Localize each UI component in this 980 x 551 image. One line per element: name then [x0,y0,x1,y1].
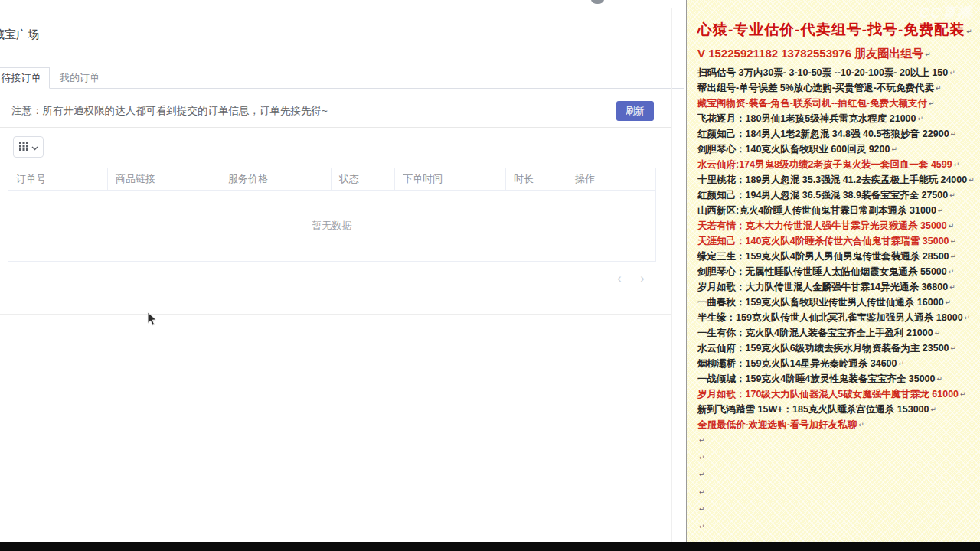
return-mark: ↵ [949,268,955,276]
chevron-down-icon [31,140,38,154]
column-settings-button[interactable] [13,136,44,158]
ad-line: 一战倾城：159克火4阶睡4族灵性鬼装备宝宝齐全 35000↵ [697,371,978,386]
ad-line: 缘定三生：159克火队4阶男人男仙男鬼传世套装通杀 28500↵ [697,249,978,264]
grid-icon [19,140,28,154]
return-mark: ↵ [969,176,975,184]
ad-line: 半生缘：159克火队传世人仙北冥孔雀宝鉴加强男人通杀 18000↵ [697,310,978,325]
tab-pending-orders[interactable]: 待接订单 [0,67,50,89]
ad-empty-line: ↵ [697,467,978,484]
bottom-black-bar [0,542,980,551]
page-right-edge [671,8,672,542]
ad-line: 十里桃花：189男人忽混 35.3强混 41.2去疾孟极上手能玩 24000↵ [697,172,978,187]
ad-line: 扫码估号 3万内30票- 3-10-50票 --10-20-100票- 20以上… [697,65,978,80]
notice-divider [0,127,671,128]
ad-empty-line: ↵ [697,450,978,468]
ad-line: 剑胆琴心：140克火队畜牧职业 600回灵 9200↵ [697,142,978,157]
tab-my-orders[interactable]: 我的订单 [60,67,100,89]
page-title: 藏宝广场 [0,28,39,42]
return-mark: ↵ [954,161,960,168]
order-marketplace-page: 藏宝广场 待接订单 我的订单 注意：所有开通权限的达人都可看到提交的订单信息，订… [0,0,685,542]
mouse-cursor [147,311,158,327]
avatar[interactable] [591,0,604,4]
table-column-header[interactable]: 服务价格 [220,168,332,190]
return-mark: ↵ [938,207,944,214]
ad-line: 水云仙府：159克火队6级功绩去疾水月物资装备为主 23500↵ [697,341,978,356]
ad-lines: 扫码估号 3万内30票- 3-10-50票 --10-20-100票- 20以上… [697,65,978,536]
prev-page-button[interactable]: ‹ [611,269,628,288]
refresh-button[interactable]: 刷新 [616,101,654,121]
ad-line: 红颜知己：194男人忽混 36.5强混 38.9装备宝宝齐全 27500↵ [697,187,978,203]
ad-line: 剑胆琴心：无属性睡队传世睡人太皓仙烟霞女鬼通杀 55000↵ [697,264,978,279]
table-header-row: 订单号 商品链接 服务价格 状态 下单时间 时长 操作 [8,168,655,191]
return-mark: ↵ [931,406,937,413]
return-mark: ↵ [946,298,952,306]
return-mark: ↵ [960,390,966,398]
return-mark: ↵ [929,99,935,107]
ad-line: 一曲春秋：159克火队畜牧职业传世男人传世仙通杀 16000↵ [697,295,978,310]
return-mark: ↵ [899,360,905,367]
ad-line: 天若有情：克木大力传世混人强牛甘霖异光灵猴通杀 35000↵ [697,218,978,233]
card-bottom-divider [0,314,671,315]
screen: 藏宝广场 待接订单 我的订单 注意：所有开通权限的达人都可看到提交的订单信息，订… [0,0,980,551]
table-column-header[interactable]: 状态 [332,168,395,190]
table-column-header[interactable]: 时长 [506,168,567,190]
return-mark: ↵ [951,344,957,352]
table-column-header[interactable]: 商品链接 [108,168,220,190]
orders-table: 订单号 商品链接 服务价格 状态 下单时间 时长 操作 暂无数据 [8,168,656,262]
return-mark: ↵ [965,314,971,321]
pagination: ‹ › [611,269,651,288]
notice-text: 注意：所有开通权限的达人都可看到提交的订单信息，订单先接先得~ [11,100,328,122]
ad-line: 岁月如歌：170级大力队仙器混人5破女魔强牛魔甘霖龙 61000↵ [697,386,978,402]
ad-line: 天涯知己：140克火队4阶睡杀传世六合仙鬼甘霖瑞雪 35000↵ [697,233,978,249]
return-mark: ↵ [936,84,942,92]
ad-notes-panel: CC直播 心猿-专业估价-代卖组号-找号-免费配装↵ V 15225921182… [686,0,980,542]
tabbar-bottom-border [0,88,684,89]
ad-line: 水云仙府:174男鬼8级功绩2老孩子鬼火装一套回血一套 4599↵ [697,157,978,172]
ad-empty-line: ↵ [697,432,978,450]
ad-line: 藏宝阁物资-装备-角色-联系司机--抽红包-免费大额支付↵ [697,96,978,111]
ad-line: 一生有你：克火队4阶混人装备宝宝齐全上手盈利 21000↵ [697,325,978,341]
ad-line: 飞花逐月：180男仙1老孩5级神兵雷克水程度 21000↵ [697,111,978,126]
return-mark: ↵ [949,222,955,230]
ad-heading: 心猿-专业估价-代卖组号-找号-免费配装↵ [697,18,978,43]
ad-empty-line: ↵ [697,519,978,536]
return-mark: ↵ [891,145,897,153]
ad-line: 新到飞鸿踏雪 15W+：185克火队睡杀宫位通杀 153000↵ [697,402,978,417]
ad-line: 烟柳灞桥：159克火队14星异光秦岭通杀 34600↵ [697,356,978,371]
top-divider [0,8,684,8]
ad-empty-line: ↵ [697,484,978,502]
ad-subheading: V 15225921182 13782553976 朋友圈出组号↵ [697,43,978,65]
return-mark: ↵ [951,130,957,138]
table-column-header[interactable]: 订单号 [8,168,108,190]
return-mark: ↵ [858,421,864,429]
return-mark: ↵ [935,329,941,337]
return-mark: ↵ [937,375,943,383]
ad-line: 红颜知己：184男人1老2新忽混 34.8强 40.5苍狼妙音 22900↵ [697,126,978,142]
table-empty-state: 暂无数据 [8,191,655,261]
ad-empty-line: ↵ [697,501,978,519]
next-page-button[interactable]: › [634,269,651,288]
ad-text-block: 心猿-专业估价-代卖组号-找号-免费配装↵ V 15225921182 1378… [697,18,978,536]
table-column-header[interactable]: 操作 [567,168,655,190]
return-mark: ↵ [949,191,956,199]
ad-line: 全服最低价-欢迎选购-看号加好友私聊↵ [697,417,978,432]
return-mark: ↵ [966,28,973,35]
return-mark: ↵ [925,51,931,58]
return-mark: ↵ [949,69,956,77]
return-mark: ↵ [951,253,957,260]
ad-line: 岁月如歌：大力队传世混人金麟强牛甘霖14异光通杀 36800↵ [697,279,978,295]
table-column-header[interactable]: 下单时间 [395,168,506,190]
return-mark: ↵ [949,283,956,291]
return-mark: ↵ [918,115,924,122]
ad-line: 山西新区:克火4阶睡人传世仙鬼甘霖日常副本通杀 31000↵ [697,203,978,218]
ad-line: 帮出组号-单号误差 5%放心选购-买贵管退-不玩免费代卖↵ [697,80,978,96]
return-mark: ↵ [951,237,957,245]
